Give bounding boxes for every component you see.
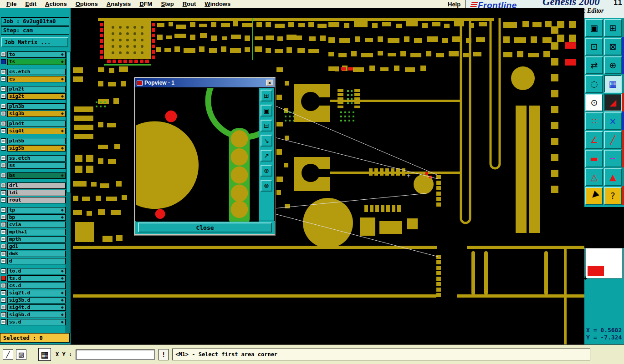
layer-visibility-checkbox[interactable] [1,319,6,324]
layer-label[interactable]: sig2t.d ◆ [7,290,66,296]
menu-help[interactable]: Help [448,1,460,8]
layer-label[interactable]: mpth+1 ◆ [7,229,66,235]
layer-visibility-checkbox[interactable] [1,207,6,212]
layer-label[interactable]: sig3b ◆ [7,111,66,117]
popview-screen-button[interactable]: ▣ [261,105,272,116]
previous-view-button[interactable]: ◌ [585,75,603,93]
layer-label[interactable]: pln4t ◆ [7,121,66,127]
layer-visibility-checkbox[interactable] [1,298,6,303]
layer-label[interactable]: cs.etch ◆ [7,69,66,75]
layer-row[interactable]: pln5b ◆ [1,137,66,144]
layer-label[interactable]: pln2t ◆ [7,86,66,92]
menu-file[interactable]: File [6,0,16,7]
layer-visibility-checkbox[interactable] [1,183,6,188]
layer-row[interactable]: dwk ◆ [1,250,66,257]
layer-list-scrollbar[interactable] [66,51,71,333]
popview-window[interactable]: Popview - 1 × ⊞ [134,77,276,236]
measure-angle-button[interactable]: ∠ [585,131,603,149]
layer-visibility-checkbox[interactable] [1,163,6,168]
layer-visibility-checkbox[interactable] [1,190,6,195]
layer-label[interactable]: ss ◆ [7,162,66,169]
layer-label[interactable]: sig5b ◆ [7,145,66,152]
layer-visibility-checkbox[interactable] [1,237,6,242]
popview-close-x-button[interactable]: × [266,80,273,86]
layer-row[interactable]: drl ◆ [1,182,66,189]
layer-label[interactable]: gd1 ◆ [7,243,66,250]
negative-layer-button[interactable]: ◢ [604,94,622,111]
screen-layers-button[interactable]: ⊞ [604,19,622,37]
layer-visibility-checkbox[interactable] [1,111,6,116]
layer-row[interactable]: ss.d ◆ [1,318,66,325]
dashed-line-button[interactable]: ╍ [604,150,622,167]
layer-row[interactable]: sig4t.d ◆ [1,304,66,311]
layer-label[interactable]: sig3b.d ◆ [7,297,66,303]
layer-row[interactable]: sig5b.d ◆ [1,311,66,318]
layer-visibility-checkbox[interactable] [1,104,6,109]
zoom-out-button[interactable]: ⊠ [604,38,622,56]
layer-row[interactable]: sig5b ◆ [1,145,66,152]
menu-rout[interactable]: Rout [183,0,196,7]
layer-label[interactable]: drl ◆ [7,182,66,189]
layer-visibility-checkbox[interactable] [1,156,6,161]
layer-visibility-checkbox[interactable] [1,121,6,126]
menu-edit[interactable]: Edit [25,0,36,7]
layer-label[interactable]: ts ◆ [7,59,66,65]
grid-table-button[interactable]: ▦ [38,348,51,361]
layer-label[interactable]: ss.etch ◆ [7,155,66,162]
layer-row[interactable]: d ◆ [1,258,66,264]
layer-visibility-checkbox[interactable] [1,69,6,74]
layer-row[interactable]: cs ◆ [1,76,66,82]
layer-row[interactable]: sig3b.d ◆ [1,297,66,303]
layer-label[interactable]: sig4t.d ◆ [7,304,66,311]
layer-visibility-checkbox[interactable] [1,86,6,91]
layer-label[interactable]: dwk ◆ [7,251,66,257]
layer-label[interactable]: rout ◆ [7,197,66,203]
popview-zoom-in-button[interactable]: ↘ [261,135,272,147]
layer-row[interactable]: cs.etch ◆ [1,68,66,75]
popview-close-button[interactable]: Close [138,222,272,233]
scrollbar-thumb[interactable] [66,52,71,193]
menu-options[interactable]: Options [76,0,98,7]
layer-label[interactable]: ldi ◆ [7,190,66,196]
layer-visibility-checkbox[interactable] [1,229,6,234]
layer-visibility-checkbox[interactable] [1,59,6,64]
view-exchange-button[interactable]: ⇄ [585,56,603,74]
layer-visibility-checkbox[interactable] [1,222,6,227]
triangle-marker-button[interactable]: ▲ [604,168,622,186]
layer-visibility-checkbox[interactable] [1,251,6,256]
alert-button[interactable]: ! [159,349,169,360]
layer-label[interactable]: bs ◆ [7,172,66,179]
draw-line-button[interactable]: ╱ [604,131,622,149]
layer-visibility-checkbox[interactable] [1,276,6,281]
layer-label[interactable]: sig2t ◆ [7,93,66,100]
layer-label[interactable]: ss.d ◆ [7,319,66,325]
add-pad-button[interactable]: ▬ [585,150,603,167]
layer-label[interactable]: pln3b ◆ [7,103,66,110]
layer-visibility-checkbox[interactable] [1,138,6,143]
layer-row[interactable]: sig4t ◆ [1,127,66,134]
origin-select-button[interactable]: ⊙ [585,94,603,111]
overview-window[interactable]: + [585,248,623,278]
layer-row[interactable]: pln3b ◆ [1,103,66,110]
layer-label[interactable]: d ◆ [7,258,66,264]
highlight-net-button[interactable]: ∷ [585,112,603,130]
layer-row[interactable]: bs ◆ [1,172,66,179]
layer-row[interactable]: ss ◆ [1,162,66,169]
layer-row[interactable]: ts ◆ [1,58,66,65]
popview-titlebar[interactable]: Popview - 1 × [135,78,275,87]
layer-visibility-checkbox[interactable] [1,197,6,202]
layer-visibility-checkbox[interactable] [1,52,6,57]
layer-row[interactable]: rout ◆ [1,197,66,203]
layer-visibility-checkbox[interactable] [1,76,6,81]
layer-row[interactable]: mpth ◆ [1,236,66,243]
xy-input[interactable] [76,349,155,360]
zoom-center-button[interactable]: ⊕ [604,56,622,74]
triangle-outline-button[interactable]: △ [585,168,603,186]
layer-visibility-checkbox[interactable] [1,258,6,263]
layer-label[interactable]: to ◆ [7,51,66,58]
layer-row[interactable]: tp ◆ [1,207,66,213]
layer-row[interactable]: sig3b ◆ [1,110,66,117]
layer-label[interactable]: tp ◆ [7,207,66,213]
layer-row[interactable]: gd1 ◆ [1,243,66,250]
layer-row[interactable]: cs.d ◆ [1,282,66,289]
